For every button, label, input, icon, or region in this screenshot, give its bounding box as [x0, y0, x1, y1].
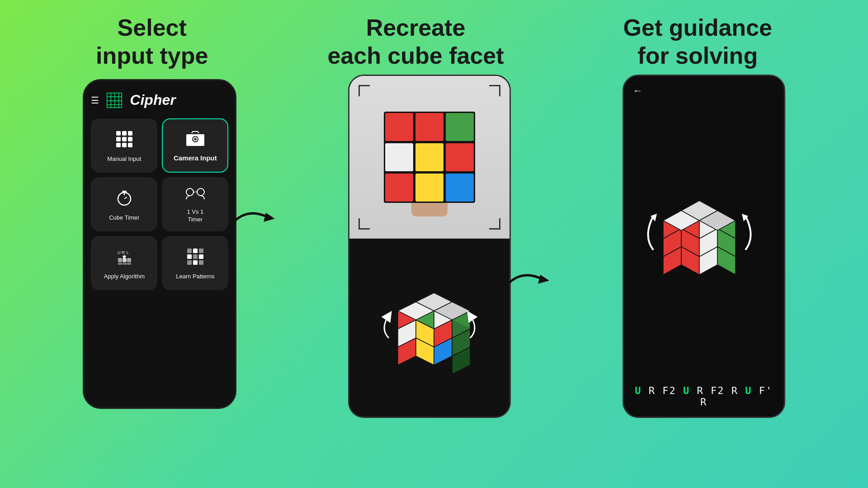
camera-input-label: Camera Input [174, 154, 217, 162]
hand-silhouette [411, 203, 448, 216]
svg-rect-12 [122, 131, 127, 136]
cube-timer-btn[interactable]: Cube Timer [91, 177, 157, 231]
alg-F2-1: F2 [656, 385, 676, 396]
vs-timer-label: 1 Vs 1 Timer [187, 208, 203, 224]
cell-0 [385, 113, 413, 141]
timer-icon [115, 189, 133, 211]
svg-rect-32 [118, 258, 122, 262]
patterns-icon [186, 248, 204, 269]
vs-timer-btn[interactable]: Vs 1 Vs 1 Timer [162, 177, 228, 231]
cell-5 [446, 143, 474, 171]
learn-patterns-label: Learn Patterns [176, 273, 214, 280]
content-row: ☰ [0, 75, 868, 488]
cell-2 [446, 113, 474, 141]
cell-7 [415, 174, 443, 202]
arrow1 [227, 202, 277, 235]
phone1: ☰ [83, 79, 236, 409]
grid-buttons: Manual Input [91, 118, 228, 290]
phone3-bottom: U R F2 U R F2 R U F' R [624, 376, 784, 417]
alg-F2-2: F2 [704, 385, 725, 396]
phone3-topbar: ← [624, 76, 784, 101]
svg-rect-26 [122, 191, 127, 192]
grid-icon [115, 130, 133, 152]
header-col3-line2: for solving [637, 42, 758, 69]
svg-point-28 [197, 188, 204, 196]
learn-patterns-btn[interactable]: Learn Patterns [162, 236, 228, 290]
svg-rect-46 [199, 260, 203, 265]
manual-input-btn[interactable]: Manual Input [91, 118, 157, 173]
hamburger-icon[interactable]: ☰ [91, 96, 99, 105]
svg-rect-16 [128, 137, 132, 141]
header-col1-line1: Select [118, 14, 187, 41]
alg-F-prime: F' [752, 385, 773, 396]
svg-rect-38 [187, 249, 192, 253]
svg-text:U R' L: U R' L [118, 250, 129, 255]
camera-input-btn[interactable]: Camera Input [162, 118, 228, 173]
alg-R3: R [724, 385, 738, 396]
app-logo-icon [104, 89, 125, 111]
cell-6 [385, 174, 413, 202]
camera-icon [185, 131, 205, 150]
svg-point-27 [186, 188, 193, 196]
svg-rect-19 [128, 143, 132, 147]
header-col1-line2: input type [96, 42, 208, 69]
svg-rect-15 [122, 137, 127, 141]
svg-rect-11 [116, 131, 121, 136]
arrow2 [502, 263, 552, 297]
scan-corner-br [489, 218, 500, 230]
phone3-main [624, 101, 784, 376]
cell-4 [415, 143, 443, 171]
svg-rect-45 [193, 260, 198, 265]
svg-text:Vs: Vs [193, 190, 197, 194]
app-header: Cipher [104, 89, 175, 111]
svg-rect-41 [187, 254, 192, 259]
solved-cube-svg [636, 171, 772, 306]
alg-U3: U [738, 385, 752, 396]
phone2 [348, 75, 511, 418]
alg-R1: R [642, 385, 656, 396]
svg-line-25 [124, 197, 127, 199]
svg-rect-33 [123, 258, 127, 262]
svg-point-22 [194, 138, 197, 141]
alg-R4: R [700, 396, 707, 408]
alg-U1: U [635, 385, 642, 396]
app-title: Cipher [130, 92, 175, 108]
phone2-section [348, 75, 511, 418]
svg-rect-36 [123, 263, 127, 265]
svg-rect-44 [187, 260, 192, 265]
cell-8 [446, 174, 474, 202]
header-col2-line2: each cube facet [327, 42, 504, 69]
cube-scan-area [384, 112, 475, 203]
header-col2-line1: Recreate [366, 14, 466, 41]
svg-rect-39 [193, 249, 198, 253]
scan-corner-tl [359, 85, 370, 96]
svg-marker-65 [538, 275, 549, 284]
manual-input-label: Manual Input [107, 155, 141, 162]
svg-rect-13 [128, 131, 132, 136]
svg-rect-35 [118, 263, 122, 265]
alg-R2: R [690, 385, 704, 396]
svg-rect-37 [127, 263, 131, 265]
svg-rect-43 [199, 254, 203, 259]
svg-rect-34 [127, 258, 131, 262]
phone3: ← [623, 75, 785, 418]
cube-timer-label: Cube Timer [109, 214, 139, 221]
cell-1 [415, 113, 443, 141]
alg-U2: U [676, 385, 690, 396]
apply-algorithm-btn[interactable]: U R' L [91, 236, 157, 290]
phone1-inner: ☰ [84, 80, 235, 408]
svg-marker-47 [264, 213, 275, 222]
versus-icon: Vs [184, 187, 206, 205]
algorithm-icon: U R' L [115, 248, 133, 269]
apply-algorithm-label: Apply Algorithm [104, 273, 145, 280]
phone1-section: ☰ [83, 75, 236, 409]
svg-rect-14 [116, 137, 121, 141]
camera-feed [349, 76, 509, 239]
phone2-cube-display [349, 239, 509, 418]
svg-rect-17 [116, 143, 121, 147]
algorithm-display: U R F2 U R F2 R U F' R [633, 385, 775, 408]
scan-corner-bl [359, 218, 370, 230]
header-col1: Select input type [96, 14, 208, 70]
back-button[interactable]: ← [633, 85, 643, 96]
cube-3d-svg [375, 275, 484, 383]
